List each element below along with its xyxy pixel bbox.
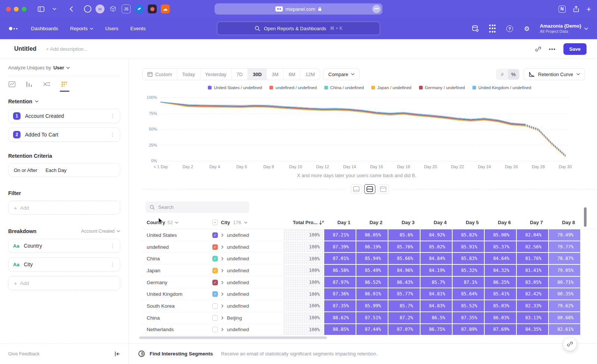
row-city-cell[interactable]: ✓undefined <box>212 253 283 265</box>
retention-value-cell[interactable]: 87.89% <box>453 324 485 336</box>
retention-value-cell[interactable]: 87.35% <box>453 312 485 324</box>
retention-value-cell[interactable]: 85.99% <box>356 300 388 312</box>
retention-value-cell[interactable]: 84.32% <box>485 265 517 277</box>
expand-row-icon[interactable] <box>221 291 224 297</box>
site-options-icon[interactable]: ••• <box>372 5 381 13</box>
retention-value-cell[interactable]: 86.5% <box>421 312 453 324</box>
row-checkbox[interactable] <box>212 303 218 309</box>
legend-item[interactable]: United Kingdom / undefined <box>472 85 531 90</box>
row-checkbox[interactable] <box>212 327 218 332</box>
retention-value-cell[interactable]: 86.52% <box>356 277 388 289</box>
criteria-mode[interactable]: On or After <box>14 167 37 173</box>
row-city-cell[interactable]: undefined <box>212 300 283 312</box>
retention-value-cell[interactable]: 82.33% <box>517 300 549 312</box>
row-country-cell[interactable]: Netherlands <box>142 324 212 336</box>
retention-value-cell[interactable]: 87.39% <box>324 241 356 253</box>
retention-value-cell[interactable]: 79.62% <box>549 300 581 312</box>
retention-value-cell[interactable]: 86.58% <box>324 265 356 277</box>
row-checkbox[interactable]: ✓ <box>212 291 218 297</box>
criteria-interval[interactable]: Each Day <box>46 167 66 173</box>
date-range-7d[interactable]: 7D <box>231 69 248 80</box>
breakdown-card-city[interactable]: Aa City ⋮ <box>8 257 120 272</box>
date-range-6m[interactable]: 6M <box>283 69 300 80</box>
retention-value-cell[interactable]: 81.41% <box>517 265 549 277</box>
row-country-cell[interactable]: Japan <box>142 265 212 277</box>
retention-value-cell[interactable]: 87.01% <box>324 253 356 265</box>
expand-row-icon[interactable] <box>221 244 224 250</box>
row-checkbox[interactable]: ✓ <box>212 268 218 273</box>
retention-value-cell[interactable]: 85.83% <box>453 253 485 265</box>
column-header-country[interactable]: Country 52 <box>142 220 212 225</box>
legend-item[interactable]: Japan / undefined <box>371 85 411 90</box>
maximize-window-button[interactable] <box>22 7 26 12</box>
legend-item[interactable]: China / undefined <box>324 85 364 90</box>
address-bar[interactable]: mixpanel.com ••• <box>215 3 382 15</box>
add-breakdown-button[interactable]: + Add <box>8 276 120 290</box>
tab-flows[interactable] <box>43 81 51 92</box>
legend-item[interactable]: United States / undefined <box>208 85 262 90</box>
retention-value-cell[interactable]: 80.68% <box>549 312 581 324</box>
retention-value-cell[interactable]: 87.51% <box>356 312 388 324</box>
retention-value-cell[interactable]: 84.84% <box>421 253 453 265</box>
table-search-input[interactable]: Search <box>146 201 249 213</box>
retention-value-cell[interactable]: 85.66% <box>388 253 421 265</box>
row-city-cell[interactable]: Beijing <box>212 312 283 324</box>
row-checkbox[interactable] <box>212 315 218 321</box>
kebab-menu-icon[interactable]: ⋮ <box>110 113 115 119</box>
close-window-button[interactable] <box>6 7 11 12</box>
retention-value-cell[interactable]: 78.87% <box>549 253 581 265</box>
retention-value-cell[interactable]: 85.08% <box>485 229 517 241</box>
vertical-scrollbar[interactable] <box>584 207 587 227</box>
day-column-header[interactable]: Day 4 <box>421 220 453 225</box>
series-line[interactable] <box>525 126 565 157</box>
horizontal-scrollbar[interactable] <box>139 336 327 339</box>
row-city-cell[interactable]: ✓undefined <box>212 265 283 277</box>
row-city-cell[interactable]: ✓undefined <box>212 229 283 241</box>
retention-value-cell[interactable]: 83.13% <box>517 312 549 324</box>
retention-value-cell[interactable]: 88.85% <box>324 324 356 336</box>
kebab-menu-icon[interactable]: ⋮ <box>110 243 115 249</box>
retention-value-cell[interactable]: 84.83% <box>421 300 453 312</box>
chart-type-selector[interactable]: Retention Curve <box>523 68 585 80</box>
apps-grid-icon[interactable] <box>488 25 497 33</box>
day-column-header[interactable]: Day 8 <box>549 220 581 225</box>
new-tab-icon[interactable]: + <box>587 5 591 13</box>
retention-value-cell[interactable]: 79.49% <box>549 229 581 241</box>
row-city-cell[interactable]: ✓undefined <box>212 277 283 289</box>
extension-icon[interactable]: JS <box>122 4 131 13</box>
retention-value-cell[interactable]: 86.75% <box>421 324 453 336</box>
view-split-button[interactable] <box>364 184 375 194</box>
tab-funnels[interactable] <box>25 81 33 92</box>
settings-gear-icon[interactable]: ⚙ <box>523 25 531 33</box>
retention-value-cell[interactable]: 79.05% <box>549 265 581 277</box>
retention-value-cell[interactable]: 86.03% <box>485 312 517 324</box>
retention-value-cell[interactable]: 85.64% <box>453 288 485 300</box>
day-column-header[interactable]: Day 1 <box>324 220 356 225</box>
report-title[interactable]: Untitled <box>14 46 37 52</box>
retention-value-cell[interactable]: 84.81% <box>421 288 453 300</box>
retention-value-cell[interactable]: 85.82% <box>453 229 485 241</box>
retention-value-cell[interactable]: 85.7% <box>421 277 453 289</box>
retention-value-cell[interactable]: 82.61% <box>549 324 581 336</box>
retention-value-cell[interactable]: 87.2% <box>388 312 421 324</box>
select-all-checkbox[interactable]: − <box>212 220 218 225</box>
retention-value-cell[interactable]: 84.92% <box>421 229 453 241</box>
global-search[interactable]: Open Reports & Dashboards ⌘ + K <box>217 22 380 35</box>
date-range-custom[interactable]: Custom <box>143 69 177 80</box>
row-country-cell[interactable]: United States <box>142 229 212 241</box>
more-options-icon[interactable]: ••• <box>549 46 556 52</box>
retention-value-cell[interactable]: 80.35% <box>549 288 581 300</box>
expand-row-icon[interactable] <box>221 315 224 321</box>
day-column-header[interactable]: Day 3 <box>388 220 421 225</box>
minimize-window-button[interactable] <box>14 7 19 12</box>
retention-section-header[interactable]: Retention <box>8 98 120 104</box>
retention-value-cell[interactable]: 85.91% <box>453 241 485 253</box>
extension-icon[interactable] <box>135 4 144 13</box>
extension-icon[interactable] <box>148 4 157 13</box>
row-checkbox[interactable]: ✓ <box>212 256 218 261</box>
help-icon[interactable]: ? <box>506 25 514 33</box>
browser-sidebar-icon[interactable] <box>36 4 46 14</box>
retention-value-cell[interactable]: 84.64% <box>485 253 517 265</box>
retention-value-cell[interactable]: 84.35% <box>517 324 549 336</box>
extension-icon[interactable] <box>84 5 91 13</box>
